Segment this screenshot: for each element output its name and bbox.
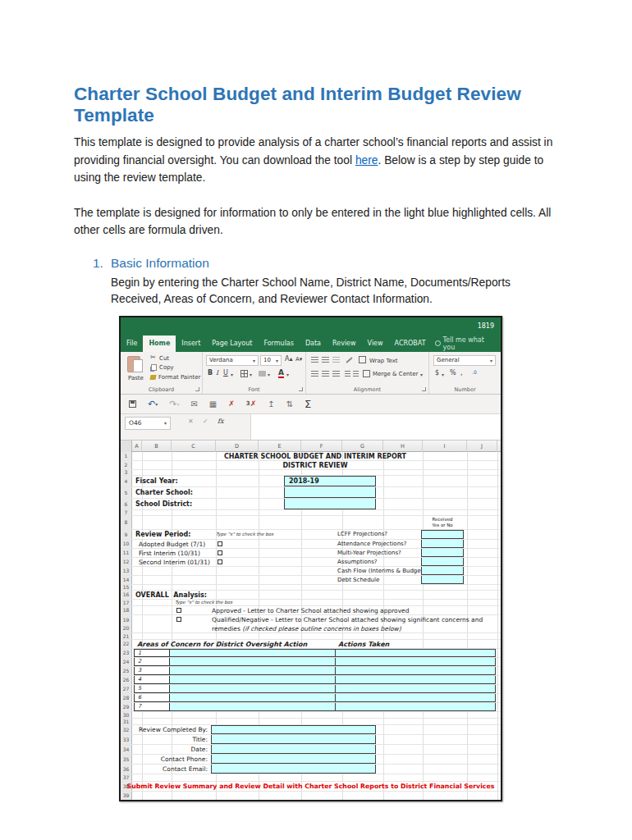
increase-indent-icon[interactable] (353, 371, 359, 377)
bottom-align-icon[interactable] (332, 357, 340, 363)
bold-button[interactable]: B (208, 369, 213, 377)
concern-input[interactable] (170, 667, 336, 675)
received-input[interactable] (421, 567, 464, 575)
row-header[interactable]: 21 (121, 633, 132, 639)
school-district-input[interactable] (284, 499, 376, 509)
action-input[interactable] (336, 667, 496, 675)
row-header[interactable]: 20 (121, 624, 132, 632)
row-header[interactable]: 31 (121, 719, 132, 724)
row-header[interactable]: 10 (121, 540, 132, 548)
received-input[interactable] (421, 558, 464, 566)
increase-decimal-icon[interactable]: .0 (472, 369, 477, 375)
grow-font-button[interactable]: A▴ (285, 355, 293, 363)
row-header[interactable]: 26 (121, 676, 132, 684)
email-button[interactable]: ✉ (190, 399, 197, 409)
comma-style-button[interactable]: , (460, 369, 463, 377)
contact-input[interactable] (211, 755, 376, 764)
row-header[interactable]: 16 (121, 591, 132, 599)
tab-formulas[interactable]: Formulas (258, 336, 300, 352)
alignment-dialog-launcher[interactable] (422, 387, 426, 391)
row-header[interactable]: 5 (121, 487, 132, 498)
received-input[interactable] (421, 549, 464, 557)
checkbox[interactable] (218, 541, 222, 546)
clipboard-dialog-launcher[interactable] (195, 387, 199, 391)
row-header[interactable]: 25 (121, 667, 132, 675)
fiscal-year-input[interactable]: 2018-19 (284, 476, 376, 486)
tab-data[interactable]: Data (300, 336, 327, 352)
row-header[interactable]: 11 (121, 549, 132, 557)
italic-button[interactable]: I (216, 369, 218, 377)
autosum-button[interactable]: Σ (305, 398, 311, 410)
row-header[interactable]: 30 (121, 712, 132, 718)
paste-button[interactable]: Paste (128, 375, 144, 381)
select-all-corner[interactable] (121, 441, 132, 452)
received-input[interactable] (421, 530, 464, 539)
name-box[interactable]: O46▾ (125, 417, 171, 430)
align-center-icon[interactable] (322, 371, 329, 377)
row-header[interactable]: 37 (121, 774, 132, 781)
concern-input[interactable] (170, 685, 336, 693)
row-header[interactable]: 4 (121, 476, 132, 486)
row-header[interactable]: 2 (121, 461, 132, 469)
action-input[interactable] (336, 649, 496, 657)
wrap-text-button[interactable]: Wrap Text (369, 358, 398, 364)
top-align-icon[interactable] (311, 357, 318, 363)
row-header[interactable]: 22 (121, 640, 132, 648)
received-input[interactable] (421, 576, 464, 584)
row-header[interactable]: 23 (121, 649, 132, 657)
font-size-select[interactable]: 10▾ (260, 355, 282, 366)
concern-input[interactable] (170, 703, 336, 711)
formula-input[interactable] (250, 414, 501, 440)
font-name-select[interactable]: Verdana▾ (206, 355, 259, 366)
tell-me-box[interactable]: Tell me what you (432, 336, 501, 352)
column-header-h[interactable]: H (383, 441, 423, 452)
tab-review[interactable]: Review (327, 336, 362, 352)
action-input[interactable] (336, 694, 496, 702)
decrease-indent-icon[interactable] (345, 371, 350, 377)
row-header[interactable]: 18 (121, 606, 132, 614)
contact-input[interactable] (211, 725, 376, 734)
charter-school-input[interactable] (284, 487, 376, 498)
checkbox[interactable] (218, 559, 222, 564)
row-header[interactable]: 14 (121, 576, 132, 584)
action-input[interactable] (336, 703, 496, 711)
column-header-g[interactable]: G (342, 441, 383, 452)
checkbox[interactable] (218, 550, 222, 555)
format-painter-button[interactable]: Format Painter (158, 374, 200, 381)
save-button[interactable] (129, 400, 136, 408)
column-header-d[interactable]: D (216, 441, 259, 452)
orientation-icon[interactable] (346, 357, 352, 363)
tab-insert[interactable]: Insert (176, 336, 206, 352)
tab-acrobat[interactable]: ACROBAT (389, 336, 432, 352)
redo-button[interactable]: ↷▾ (169, 399, 179, 409)
row-header[interactable]: 24 (121, 658, 132, 666)
contact-input[interactable] (211, 765, 376, 774)
contact-input[interactable] (211, 745, 376, 754)
row-header[interactable]: 15 (121, 585, 132, 590)
align-left-icon[interactable] (311, 371, 318, 377)
underline-button[interactable]: U (223, 369, 228, 377)
delete-button[interactable]: ✗ (228, 399, 235, 408)
action-input[interactable] (336, 676, 496, 684)
row-header[interactable]: 27 (121, 685, 132, 693)
merge-center-button[interactable]: Merge & Center (373, 371, 418, 377)
row-header[interactable]: 39 (121, 792, 132, 800)
checkbox[interactable] (176, 617, 181, 622)
tab-home[interactable]: Home (143, 336, 176, 352)
column-header-i[interactable]: I (423, 441, 467, 452)
tab-page-layout[interactable]: Page Layout (206, 336, 258, 352)
font-dialog-launcher[interactable] (299, 387, 303, 391)
font-color-button[interactable]: A (278, 369, 284, 378)
undo-button[interactable]: ↶▾ (148, 399, 158, 409)
row-header[interactable]: 6 (121, 499, 132, 509)
enter-formula-button[interactable]: ✓ (203, 418, 208, 425)
concern-input[interactable] (170, 694, 336, 702)
action-input[interactable] (336, 658, 496, 666)
received-input[interactable] (421, 540, 464, 548)
percent-style-button[interactable]: % (450, 369, 456, 377)
copy-button[interactable]: Copy (159, 364, 174, 371)
tab-view[interactable]: View (362, 336, 389, 352)
shrink-font-button[interactable]: A▾ (295, 356, 302, 363)
borders-button[interactable] (240, 370, 248, 377)
tab-file[interactable]: File (121, 336, 143, 352)
